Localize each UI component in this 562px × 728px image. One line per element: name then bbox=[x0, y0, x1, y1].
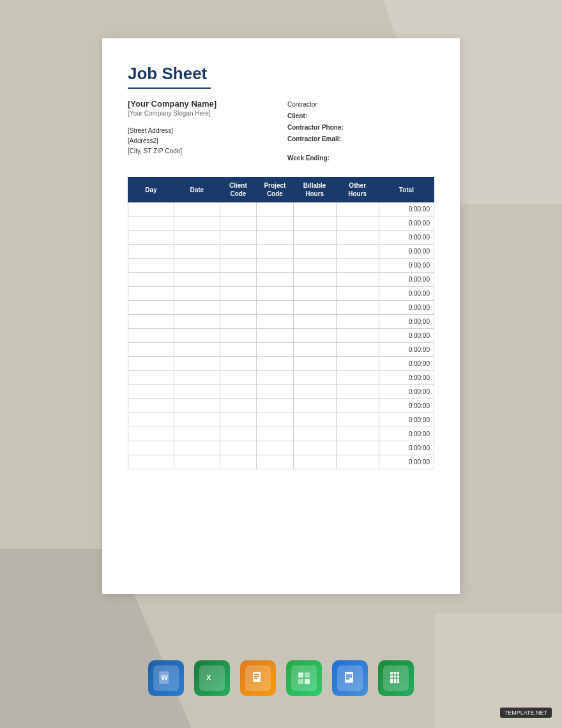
table-cell[interactable] bbox=[293, 357, 336, 371]
table-cell[interactable] bbox=[220, 315, 256, 329]
table-cell[interactable] bbox=[220, 343, 256, 357]
table-cell[interactable] bbox=[174, 413, 220, 427]
table-cell[interactable] bbox=[293, 399, 336, 413]
table-cell[interactable] bbox=[293, 259, 336, 273]
table-cell[interactable] bbox=[336, 231, 379, 245]
table-cell[interactable] bbox=[220, 371, 256, 385]
table-cell[interactable] bbox=[174, 427, 220, 441]
table-cell[interactable] bbox=[220, 273, 256, 287]
table-cell[interactable] bbox=[257, 202, 293, 216]
table-cell[interactable] bbox=[336, 357, 379, 371]
word-icon[interactable]: W bbox=[148, 660, 184, 696]
table-cell[interactable] bbox=[257, 216, 293, 231]
table-cell[interactable] bbox=[128, 385, 174, 399]
table-cell[interactable] bbox=[293, 315, 336, 329]
table-cell[interactable] bbox=[220, 245, 256, 259]
excel-icon[interactable]: X bbox=[194, 660, 230, 696]
table-cell[interactable] bbox=[336, 385, 379, 399]
table-cell[interactable] bbox=[293, 441, 336, 455]
table-cell[interactable] bbox=[174, 343, 220, 357]
pages-icon[interactable] bbox=[240, 660, 276, 696]
table-cell[interactable] bbox=[174, 245, 220, 259]
table-cell[interactable] bbox=[220, 427, 256, 441]
table-cell[interactable] bbox=[174, 455, 220, 469]
table-cell[interactable] bbox=[336, 371, 379, 385]
table-cell[interactable] bbox=[336, 287, 379, 301]
table-cell[interactable] bbox=[220, 231, 256, 245]
table-cell[interactable] bbox=[293, 273, 336, 287]
table-cell[interactable] bbox=[257, 455, 293, 469]
table-cell[interactable] bbox=[336, 273, 379, 287]
table-cell[interactable] bbox=[128, 427, 174, 441]
table-cell[interactable] bbox=[128, 371, 174, 385]
table-cell[interactable] bbox=[128, 343, 174, 357]
table-cell[interactable] bbox=[128, 259, 174, 273]
table-cell[interactable] bbox=[293, 287, 336, 301]
table-cell[interactable] bbox=[174, 259, 220, 273]
table-cell[interactable] bbox=[293, 371, 336, 385]
table-cell[interactable] bbox=[336, 427, 379, 441]
table-cell[interactable] bbox=[128, 216, 174, 231]
table-cell[interactable] bbox=[257, 343, 293, 357]
table-cell[interactable] bbox=[336, 343, 379, 357]
table-cell[interactable] bbox=[257, 399, 293, 413]
table-cell[interactable] bbox=[128, 357, 174, 371]
table-cell[interactable] bbox=[336, 202, 379, 216]
table-cell[interactable] bbox=[220, 287, 256, 301]
table-cell[interactable] bbox=[220, 399, 256, 413]
table-cell[interactable] bbox=[293, 245, 336, 259]
table-cell[interactable] bbox=[220, 202, 256, 216]
table-cell[interactable] bbox=[128, 413, 174, 427]
table-cell[interactable] bbox=[336, 315, 379, 329]
table-cell[interactable] bbox=[174, 399, 220, 413]
table-cell[interactable] bbox=[257, 231, 293, 245]
table-cell[interactable] bbox=[336, 259, 379, 273]
table-cell[interactable] bbox=[257, 413, 293, 427]
table-cell[interactable] bbox=[220, 301, 256, 315]
table-cell[interactable] bbox=[128, 287, 174, 301]
table-cell[interactable] bbox=[220, 216, 256, 231]
numbers-icon[interactable] bbox=[286, 660, 322, 696]
table-cell[interactable] bbox=[336, 301, 379, 315]
table-cell[interactable] bbox=[336, 413, 379, 427]
table-cell[interactable] bbox=[257, 273, 293, 287]
table-cell[interactable] bbox=[174, 287, 220, 301]
table-cell[interactable] bbox=[336, 245, 379, 259]
table-cell[interactable] bbox=[174, 315, 220, 329]
table-cell[interactable] bbox=[220, 441, 256, 455]
table-cell[interactable] bbox=[174, 385, 220, 399]
table-cell[interactable] bbox=[293, 427, 336, 441]
table-cell[interactable] bbox=[336, 399, 379, 413]
table-cell[interactable] bbox=[293, 329, 336, 343]
table-cell[interactable] bbox=[293, 202, 336, 216]
table-cell[interactable] bbox=[128, 301, 174, 315]
table-cell[interactable] bbox=[220, 329, 256, 343]
table-cell[interactable] bbox=[257, 357, 293, 371]
table-cell[interactable] bbox=[174, 202, 220, 216]
table-cell[interactable] bbox=[174, 371, 220, 385]
table-cell[interactable] bbox=[220, 413, 256, 427]
table-cell[interactable] bbox=[128, 329, 174, 343]
table-cell[interactable] bbox=[257, 245, 293, 259]
sheets-icon[interactable] bbox=[378, 660, 414, 696]
table-cell[interactable] bbox=[257, 329, 293, 343]
table-cell[interactable] bbox=[257, 427, 293, 441]
table-cell[interactable] bbox=[220, 259, 256, 273]
table-cell[interactable] bbox=[220, 455, 256, 469]
table-cell[interactable] bbox=[174, 216, 220, 231]
table-cell[interactable] bbox=[336, 216, 379, 231]
table-cell[interactable] bbox=[128, 315, 174, 329]
table-cell[interactable] bbox=[128, 202, 174, 216]
table-cell[interactable] bbox=[293, 343, 336, 357]
table-cell[interactable] bbox=[128, 231, 174, 245]
table-cell[interactable] bbox=[174, 357, 220, 371]
table-cell[interactable] bbox=[174, 231, 220, 245]
table-cell[interactable] bbox=[174, 329, 220, 343]
table-cell[interactable] bbox=[257, 441, 293, 455]
table-cell[interactable] bbox=[293, 216, 336, 231]
table-cell[interactable] bbox=[293, 455, 336, 469]
table-cell[interactable] bbox=[257, 371, 293, 385]
table-cell[interactable] bbox=[293, 231, 336, 245]
table-cell[interactable] bbox=[128, 245, 174, 259]
table-cell[interactable] bbox=[336, 441, 379, 455]
